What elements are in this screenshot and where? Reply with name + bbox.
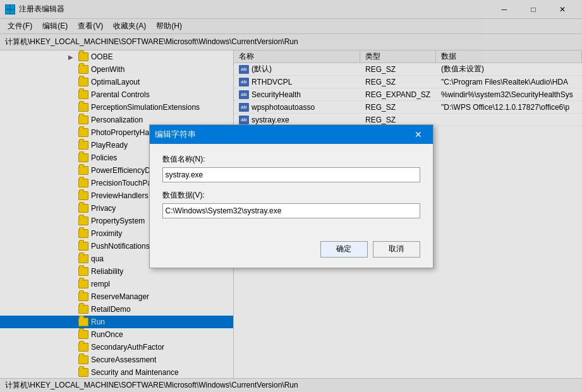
dialog-body: 数值名称(N): 数值数据(V):	[150, 144, 433, 236]
dialog-overlay: 编辑字符串 ✕ 数值名称(N): 数值数据(V): 确定 取消	[0, 0, 582, 392]
data-label: 数值数据(V):	[162, 190, 420, 201]
dialog-footer: 确定 取消	[150, 236, 433, 268]
dialog-title: 编辑字符串	[155, 129, 409, 140]
ok-button[interactable]: 确定	[320, 241, 368, 258]
name-field: 数值名称(N):	[162, 154, 420, 182]
dialog-title-bar: 编辑字符串 ✕	[150, 125, 433, 144]
edit-string-dialog: 编辑字符串 ✕ 数值名称(N): 数值数据(V): 确定 取消	[149, 124, 433, 268]
name-label: 数值名称(N):	[162, 154, 420, 165]
data-field: 数值数据(V):	[162, 190, 420, 218]
data-input[interactable]	[162, 203, 420, 218]
cancel-button[interactable]: 取消	[373, 241, 420, 258]
name-input[interactable]	[162, 167, 420, 182]
dialog-close-button[interactable]: ✕	[409, 125, 428, 144]
